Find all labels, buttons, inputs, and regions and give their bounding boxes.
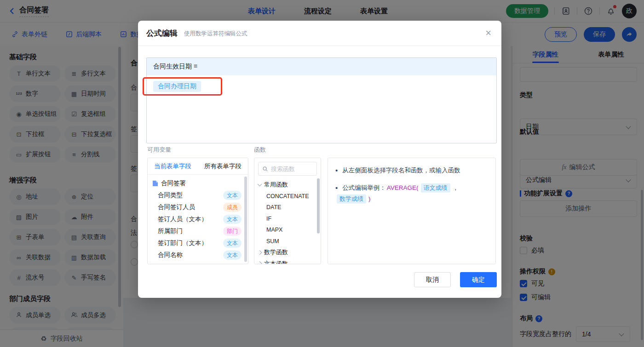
functions-label: 函数 <box>254 146 266 154</box>
tab-current-form-fields[interactable]: 当前表单字段 <box>148 158 198 174</box>
dialog-title: 公式编辑 <box>146 28 178 39</box>
variable-field-name: 合同签订人员 <box>158 203 195 211</box>
chevron-right-icon <box>258 262 262 264</box>
function-group[interactable]: 文本函数 <box>254 258 321 265</box>
dialog-subtitle: 使用数学运算符编辑公式 <box>184 30 247 38</box>
variable-field-name: 合同类型 <box>158 191 183 199</box>
variable-field-row[interactable]: 签订人员（文本）文本 <box>152 213 248 225</box>
function-item[interactable]: SUM <box>254 236 321 247</box>
hint-line-1: • 从左侧面板选择字段名和函数，或输入函数 <box>335 165 488 176</box>
formula-field-chip[interactable]: 合同办理日期 <box>153 81 201 92</box>
function-group-name: 数学函数 <box>264 248 288 256</box>
function-group-name: 文本函数 <box>264 260 288 264</box>
field-type-badge: 文本 <box>223 250 242 260</box>
variable-field-name: 合同名称 <box>158 251 183 259</box>
chevron-right-icon <box>258 250 262 255</box>
function-group-name: 常用函数 <box>264 181 288 189</box>
form-doc-icon <box>152 180 158 187</box>
field-type-badge: 部门 <box>223 227 242 236</box>
variable-field-row[interactable]: 所属部门部门 <box>152 225 248 237</box>
variable-field-name: 签订人员（文本） <box>158 215 207 223</box>
app-root: 合同签署 表单设计 流程设定 表单设置 数据管理 政 <box>0 0 644 347</box>
function-item[interactable]: DATE <box>254 202 321 213</box>
formula-editor-dialog: 公式编辑 使用数学运算符编辑公式 合同生效日期 = 合同办理日期 可用变量 函数… <box>138 21 501 298</box>
dialog-header: 公式编辑 使用数学运算符编辑公式 <box>138 21 501 46</box>
functions-scrollbar[interactable] <box>317 178 320 233</box>
hint-line-2: • 公式编辑举例： AVERAGE( 语文成绩 ， 数学成绩 ) <box>335 183 488 204</box>
function-search-box[interactable] <box>258 162 317 176</box>
variable-field-row[interactable]: 合同名称文本 <box>152 249 248 261</box>
chevron-down-icon <box>258 182 262 187</box>
variable-field-name: 所属部门 <box>158 227 183 235</box>
variable-field-row[interactable]: 合同类型文本 <box>152 189 248 201</box>
formula-editor-area[interactable]: 合同生效日期 = 合同办理日期 <box>146 57 497 143</box>
search-icon <box>262 166 268 172</box>
function-item[interactable]: IF <box>254 213 321 225</box>
field-type-badge: 文本 <box>223 239 242 248</box>
functions-panel: 常用函数CONCATENATEDATEIFMAPXSUM数学函数文本函数 <box>254 158 321 264</box>
variables-panel: 当前表单字段 所有表单字段 合同签署 合同类型文本合同签订人员成员签订人员（文本… <box>147 158 248 264</box>
field-type-badge: 文本 <box>223 215 242 224</box>
function-group[interactable]: 常用函数 <box>254 179 321 191</box>
example-field-chip: 数学成绩 <box>337 194 366 204</box>
tab-all-form-fields[interactable]: 所有表单字段 <box>198 158 248 174</box>
close-icon[interactable] <box>485 28 491 38</box>
confirm-button[interactable]: 确定 <box>460 272 497 287</box>
function-item[interactable]: MAPX <box>254 224 321 236</box>
function-group[interactable]: 数学函数 <box>254 247 321 258</box>
field-type-badge: 文本 <box>223 191 242 200</box>
formula-target-row: 合同生效日期 = <box>147 58 496 75</box>
variable-field-row[interactable]: 合同签订人员成员 <box>152 201 248 213</box>
function-search-input[interactable] <box>271 165 312 172</box>
example-field-chip: 语文成绩 <box>421 183 450 193</box>
tree-root-form[interactable]: 合同签署 <box>152 177 248 189</box>
variables-label: 可用变量 <box>147 146 171 154</box>
cancel-button[interactable]: 取消 <box>414 272 451 287</box>
function-item[interactable]: CONCATENATE <box>254 191 321 202</box>
variables-scrollbar[interactable] <box>244 176 247 262</box>
field-type-badge: 成员 <box>223 203 242 212</box>
dialog-footer: 取消 确定 <box>414 272 497 287</box>
hints-panel: • 从左侧面板选择字段名和函数，或输入函数 • 公式编辑举例： AVERAGE(… <box>328 158 496 264</box>
variable-field-row[interactable]: 签订部门（文本）文本 <box>152 237 248 249</box>
variable-field-name: 签订部门（文本） <box>158 239 207 247</box>
variables-tabs: 当前表单字段 所有表单字段 <box>148 158 248 175</box>
